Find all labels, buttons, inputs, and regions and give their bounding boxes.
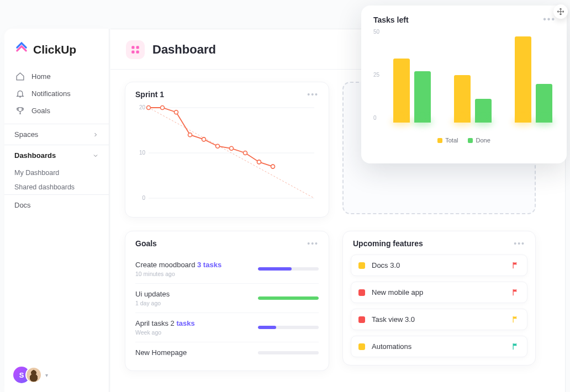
svg-point-19 (257, 160, 261, 164)
goal-row[interactable]: New Homepage (135, 342, 319, 363)
legend-label: Total (445, 137, 458, 144)
goal-title: Ui updates (135, 290, 250, 298)
goal-title: Create moodboard 3 tasks (135, 261, 250, 269)
nav-home[interactable]: Home (4, 68, 109, 85)
nav-notifications[interactable]: Notifications (4, 85, 109, 102)
card-menu-button[interactable]: ••• (307, 239, 319, 248)
nav-goals-label: Goals (31, 107, 50, 115)
goal-title: New Homepage (135, 348, 250, 357)
status-square-icon (358, 343, 365, 350)
section-dashboards-label: Dashboards (14, 151, 56, 160)
tasks-left-card: Tasks left ••• 50 25 0 Total Done (361, 6, 567, 163)
y-tick: 50 (373, 29, 379, 35)
svg-point-14 (188, 133, 192, 137)
nav-notifications-label: Notifications (31, 89, 71, 98)
feature-row[interactable]: Task view 3.0 (351, 309, 527, 330)
svg-point-18 (244, 151, 247, 155)
status-square-icon (358, 289, 365, 296)
bar (393, 59, 410, 123)
svg-point-13 (175, 110, 178, 114)
svg-text:20: 20 (139, 104, 146, 110)
goal-title: April tasks 2 tasks (135, 319, 250, 327)
svg-rect-3 (136, 51, 139, 54)
flag-icon (511, 288, 520, 296)
bar (414, 71, 431, 123)
workspace-avatar-initial: S (19, 371, 24, 379)
card-menu-button[interactable]: ••• (307, 90, 319, 99)
brand-name: ClickUp (33, 43, 76, 56)
feature-label: Automations (372, 342, 505, 351)
feature-row[interactable]: Docs 3.0 (351, 255, 527, 276)
user-avatar (25, 367, 42, 383)
svg-point-16 (216, 144, 220, 148)
brand[interactable]: ClickUp (4, 29, 109, 68)
feature-label: Task view 3.0 (372, 315, 505, 324)
sprint-card-title: Sprint 1 (135, 90, 164, 99)
svg-rect-2 (131, 51, 134, 54)
primary-nav: Home Notifications Goals (4, 68, 109, 124)
legend-item-total: Total (437, 137, 458, 144)
goal-progress (258, 296, 319, 300)
goals-card-title: Goals (135, 239, 157, 248)
tasks-left-legend: Total Done (373, 137, 555, 144)
bell-icon (15, 89, 25, 98)
y-tick: 25 (373, 72, 379, 78)
svg-point-20 (271, 165, 275, 168)
section-spaces-label: Spaces (14, 130, 38, 139)
feature-label: New mobile app (372, 288, 505, 296)
svg-rect-0 (131, 46, 134, 49)
page-title: Dashboard (152, 43, 216, 57)
feature-row[interactable]: New mobile app (351, 282, 527, 303)
card-menu-button[interactable]: ••• (543, 14, 556, 24)
workspace-switcher[interactable]: S ▾ (4, 358, 109, 392)
goal-progress (258, 267, 319, 271)
section-docs[interactable]: Docs (4, 194, 109, 215)
flag-icon (511, 261, 520, 269)
svg-point-11 (147, 106, 151, 110)
bar (515, 36, 531, 123)
flag-icon (511, 315, 520, 324)
sidebar-item-shared-dashboards[interactable]: Shared dashboards (4, 180, 109, 194)
goal-meta: 10 minutes ago (135, 271, 250, 277)
sidebar: ClickUp Home Notifications Goals Spaces … (4, 29, 109, 392)
bar (475, 99, 492, 123)
svg-text:0: 0 (142, 195, 145, 201)
sidebar-item-label: My Dashboard (14, 169, 59, 177)
dashboard-icon (126, 40, 145, 59)
brand-logo-icon (14, 41, 29, 58)
sidebar-item-my-dashboard[interactable]: My Dashboard (4, 166, 109, 180)
svg-point-15 (202, 137, 206, 141)
svg-text:10: 10 (139, 150, 146, 156)
nav-goals[interactable]: Goals (4, 102, 109, 119)
chevron-right-icon (92, 131, 99, 138)
trophy-icon (15, 106, 25, 115)
chevron-right-icon (92, 215, 99, 222)
goal-row[interactable]: Ui updates 1 day ago (135, 283, 319, 312)
feature-row[interactable]: Automations (351, 336, 527, 357)
section-spaces[interactable]: Spaces (4, 124, 109, 145)
goal-row[interactable]: Create moodboard 3 tasks 10 minutes ago (135, 255, 319, 283)
nav-home-label: Home (31, 72, 51, 81)
legend-label: Done (476, 137, 490, 144)
upcoming-features-title: Upcoming features (353, 239, 423, 248)
goal-row[interactable]: April tasks 2 tasks Week ago (135, 312, 319, 342)
section-docs-label: Docs (14, 201, 31, 209)
home-icon (15, 72, 25, 81)
move-icon (557, 8, 564, 15)
tasks-left-title: Tasks left (373, 15, 555, 24)
goal-meta: 1 day ago (135, 300, 250, 306)
legend-item-done: Done (468, 137, 490, 144)
status-square-icon (358, 316, 365, 323)
goals-card: Goals ••• Create moodboard 3 tasks 10 mi… (125, 231, 329, 371)
sidebar-item-label: Shared dashboards (14, 183, 75, 191)
sprint-burndown-chart: 01020 (135, 104, 318, 209)
chevron-down-icon (92, 152, 99, 159)
bar (536, 84, 552, 123)
tasks-left-chart: 50 25 0 (373, 29, 555, 134)
section-dashboards[interactable]: Dashboards (4, 145, 109, 166)
card-menu-button[interactable]: ••• (514, 239, 525, 248)
goal-meta: Week ago (135, 329, 250, 336)
svg-point-17 (230, 146, 234, 150)
status-square-icon (358, 262, 365, 269)
upcoming-features-card: Upcoming features ••• Docs 3.0 New mobil… (342, 231, 536, 365)
